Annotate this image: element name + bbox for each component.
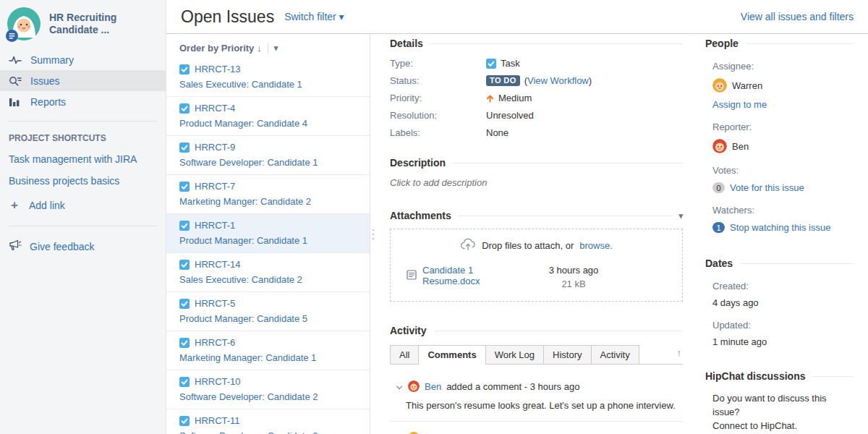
project-type-badge-icon xyxy=(6,30,18,42)
task-type-icon xyxy=(179,416,190,426)
activity-tab[interactable]: History xyxy=(543,345,591,365)
comment-item: Warren added a comment - 3 hours ago @be… xyxy=(390,422,683,434)
issue-summary: Software Developer: Candidate 1 xyxy=(179,157,357,168)
sidebar-item-issues[interactable]: Issues xyxy=(0,70,166,91)
updated-label: Updated: xyxy=(705,320,854,331)
reporter-name[interactable]: Ben xyxy=(732,141,749,152)
issue-list-item[interactable]: HRRCT-10 Software Developer: Candidate 2 xyxy=(166,370,370,409)
issue-key: HRRCT-13 xyxy=(195,64,241,75)
issue-key: HRRCT-4 xyxy=(195,103,235,114)
document-icon xyxy=(407,270,417,282)
details-section-header: Details xyxy=(390,38,683,49)
attachments-section-header: Attachments ▾ xyxy=(390,210,683,221)
drop-files-text: Drop files to attach, or xyxy=(482,240,574,251)
add-link-label: Add link xyxy=(29,200,65,211)
issue-summary: Product Manager: Candidate 5 xyxy=(179,313,357,324)
status-value: TO DO (View Workflow) xyxy=(486,75,683,86)
project-shortcuts-heading: PROJECT SHORTCUTS xyxy=(0,130,166,150)
plus-icon: + xyxy=(9,198,20,213)
comment-item: Ben added a comment - 3 hours ago This p… xyxy=(390,370,683,422)
activity-tab[interactable]: Activity xyxy=(591,345,639,365)
issue-list-item[interactable]: HRRCT-13 Sales Executive: Candidate 1 xyxy=(166,58,370,97)
activity-tab[interactable]: Work Log xyxy=(485,345,544,365)
activity-section: Activity All Comments Work Log History xyxy=(390,325,683,434)
activity-section-title: Activity xyxy=(390,325,427,336)
task-type-icon xyxy=(179,221,190,231)
project-header: HR Recruiting Candidate ... xyxy=(0,0,166,49)
give-feedback-button[interactable]: Give feedback xyxy=(0,235,166,258)
shortcut-link-task-management[interactable]: Task management with JIRA xyxy=(0,150,166,172)
issue-key: HRRCT-5 xyxy=(195,298,235,309)
app-root: HR Recruiting Candidate ... Summary Issu… xyxy=(0,0,868,434)
issue-detail-panel: Details Type: Task Status: TO DO xyxy=(375,34,694,434)
activity-tab[interactable]: All xyxy=(390,345,419,365)
switch-filter-link[interactable]: Switch filter ▾ xyxy=(284,11,344,22)
issue-key: HRRCT-9 xyxy=(195,142,235,153)
pulse-icon xyxy=(9,54,22,66)
watchers-label: Watchers: xyxy=(705,205,854,216)
description-placeholder[interactable]: Click to add description xyxy=(390,177,683,188)
assignee-name[interactable]: Warren xyxy=(732,80,762,91)
sidebar-item-summary[interactable]: Summary xyxy=(0,49,166,70)
activity-tab[interactable]: Comments xyxy=(418,345,485,365)
issue-list-item[interactable]: HRRCT-11 Software Developer: Candidate 3 xyxy=(166,409,370,434)
attachment-dropzone[interactable]: Drop files to attach, or browse. xyxy=(390,229,683,302)
comment-body: This person's resume looks great. Let's … xyxy=(406,400,683,411)
shortcut-link-business-projects[interactable]: Business projects basics xyxy=(0,172,166,194)
created-label: Created: xyxy=(705,281,854,292)
page-header: Open Issues Switch filter ▾ View all iss… xyxy=(166,0,868,34)
sidebar-nav: Summary Issues xyxy=(0,49,166,112)
details-section-title: Details xyxy=(390,38,423,49)
project-title[interactable]: HR Recruiting Candidate ... xyxy=(49,12,157,36)
type-label: Type: xyxy=(390,58,486,69)
attachment-file-link[interactable]: Candidate 1 Resume.docx xyxy=(422,265,512,286)
status-label: Status: xyxy=(390,75,486,86)
issue-key: HRRCT-7 xyxy=(195,181,235,192)
sidebar-item-reports[interactable]: Reports xyxy=(0,91,166,112)
task-type-icon xyxy=(179,64,190,75)
issue-key: HRRCT-1 xyxy=(195,220,235,231)
stop-watching-link[interactable]: Stop watching this issue xyxy=(730,222,830,233)
issue-summary: Marketing Manger: Candidate 2 xyxy=(179,196,357,207)
watchers-count-badge: 1 xyxy=(712,222,725,233)
issue-key: HRRCT-11 xyxy=(195,415,240,426)
collapse-chevron-icon[interactable] xyxy=(396,383,402,389)
scroll-to-top-icon[interactable]: ↑ xyxy=(677,347,682,358)
give-feedback-label: Give feedback xyxy=(30,241,95,252)
dates-section-title: Dates xyxy=(705,258,733,269)
assignee-label: Assignee: xyxy=(705,61,854,72)
priority-value: Medium xyxy=(486,93,683,103)
issue-list-item[interactable]: HRRCT-4 Product Manager: Candidate 4 xyxy=(166,97,370,136)
view-workflow-link[interactable]: View Workflow xyxy=(527,75,589,86)
comment-author-link[interactable]: Ben xyxy=(425,381,441,392)
issue-properties-panel: People Assignee: Warren xyxy=(694,34,868,434)
order-options-caret-icon[interactable]: ▾ xyxy=(274,43,278,53)
details-grid: Type: Task Status: TO DO (View Workflow) xyxy=(390,58,683,138)
assign-to-me-link[interactable]: Assign to me xyxy=(705,99,854,110)
add-link-button[interactable]: + Add link xyxy=(0,194,166,217)
browse-link[interactable]: browse. xyxy=(579,240,613,251)
issue-list-item[interactable]: HRRCT-7 Marketing Manger: Candidate 2 xyxy=(166,175,370,214)
issue-list-item[interactable]: HRRCT-1 Product Manager: Candidate 1 xyxy=(166,214,370,253)
attachment-size: 21 kB xyxy=(512,278,635,289)
issue-list-item[interactable]: HRRCT-6 Marketing Manager: Candidate 1 xyxy=(166,331,370,370)
labels-label: Labels: xyxy=(390,127,486,138)
sort-descending-icon[interactable]: ↓ xyxy=(257,43,262,54)
issue-list-item[interactable]: HRRCT-5 Product Manager: Candidate 5 xyxy=(166,292,370,331)
order-by-label[interactable]: Order by Priority xyxy=(179,43,254,54)
attachment-time: 3 hours ago xyxy=(512,265,635,276)
issue-list-item[interactable]: HRRCT-9 Software Developer: Candidate 1 xyxy=(166,136,370,175)
resolution-value: Unresolved xyxy=(486,110,683,121)
attachments-menu-caret-icon[interactable]: ▾ xyxy=(678,211,683,221)
project-avatar[interactable] xyxy=(7,7,41,41)
panel-resizer[interactable] xyxy=(370,34,375,434)
attachment-meta: 3 hours ago 21 kB xyxy=(512,265,635,289)
issue-list-item[interactable]: HRRCT-14 Sales Executive: Candidate 2 xyxy=(166,253,370,292)
task-type-icon xyxy=(486,59,496,69)
description-section-header: Description xyxy=(390,157,683,169)
view-all-issues-link[interactable]: View all issues and filters xyxy=(741,11,854,22)
description-section-title: Description xyxy=(390,157,446,169)
issue-key: HRRCT-10 xyxy=(195,376,241,387)
vote-link[interactable]: Vote for this issue xyxy=(730,182,804,193)
hipchat-section-header: HipChat discussions xyxy=(705,370,854,382)
